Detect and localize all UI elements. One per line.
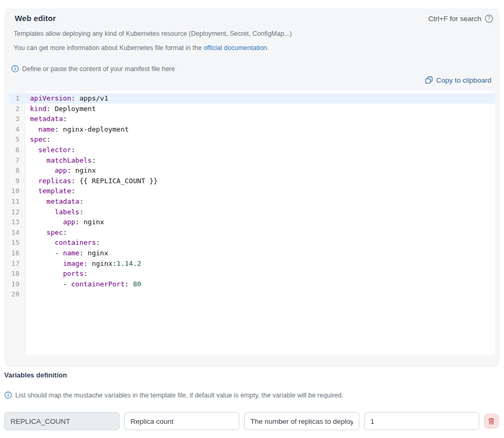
variable-default-input[interactable] xyxy=(364,412,479,430)
code-line-3[interactable]: 3metadata: xyxy=(9,114,495,124)
line-number: 1 xyxy=(9,93,25,104)
copy-to-clipboard-label: Copy to clipboard xyxy=(436,76,491,84)
code-line-12[interactable]: 12 labels: xyxy=(9,207,495,217)
code-line-content: - name: nginx xyxy=(25,248,108,258)
code-line-11[interactable]: 11 metadata: xyxy=(9,196,495,207)
manifest-hint-row: Define or paste the content of your mani… xyxy=(11,65,175,73)
code-line-14[interactable]: 14 spec: xyxy=(9,227,495,238)
description-line-1: Templates allow deploying any kind of Ku… xyxy=(14,30,292,37)
variable-row xyxy=(4,412,498,430)
copy-to-clipboard-button[interactable]: Copy to clipboard xyxy=(425,76,491,84)
code-line-content: replicas: {{ REPLICA_COUNT }} xyxy=(25,176,158,186)
code-line-7[interactable]: 7 matchLabels: xyxy=(9,155,495,166)
info-icon xyxy=(11,65,19,73)
line-number: 15 xyxy=(9,237,25,248)
web-editor-widget: Web editor Ctrl+F for search ? Templates… xyxy=(4,8,500,367)
line-number: 10 xyxy=(9,186,25,196)
copy-icon xyxy=(425,76,433,84)
svg-text:?: ? xyxy=(488,16,491,22)
code-line-5[interactable]: 5spec: xyxy=(9,134,495,145)
line-number: 12 xyxy=(9,207,25,217)
page-title: Web editor xyxy=(15,14,56,23)
description-line-2: You can get more information about Kuber… xyxy=(14,44,269,52)
code-line-content: ports: xyxy=(25,268,88,279)
code-line-content: app: nginx xyxy=(25,217,104,227)
page: Web editor Ctrl+F for search ? Templates… xyxy=(0,0,504,438)
code-line-4[interactable]: 4 name: nginx-deployment xyxy=(9,124,495,135)
code-line-10[interactable]: 10 template: xyxy=(9,186,495,196)
code-editor[interactable]: 1apiVersion: apps/v12kind: Deployment3me… xyxy=(9,91,495,355)
official-documentation-link[interactable]: official documentation xyxy=(204,44,267,52)
manifest-hint-label: Define or paste the content of your mani… xyxy=(22,65,175,73)
variables-hint-label: List should map the mustache variables i… xyxy=(15,392,344,399)
line-number: 17 xyxy=(9,258,25,269)
code-line-17[interactable]: 17 image: nginx:1.14.2 xyxy=(9,258,495,269)
line-number: 8 xyxy=(9,165,25,176)
code-line-content: containers: xyxy=(25,237,100,248)
code-line-16[interactable]: 16 - name: nginx xyxy=(9,248,495,258)
trash-icon xyxy=(488,417,495,425)
code-line-content: apiVersion: apps/v1 xyxy=(25,93,108,104)
code-line-content: spec: xyxy=(25,227,67,238)
line-number: 16 xyxy=(9,248,25,258)
copy-row: Copy to clipboard xyxy=(425,76,491,84)
code-line-20[interactable]: 20 xyxy=(9,289,495,300)
code-line-19[interactable]: 19 - containerPort: 80 xyxy=(9,279,495,290)
code-line-content: spec: xyxy=(25,134,51,145)
code-line-content: image: nginx:1.14.2 xyxy=(25,258,141,269)
code-line-content: selector: xyxy=(25,145,75,155)
line-number: 20 xyxy=(9,289,25,300)
line-number: 6 xyxy=(9,145,25,155)
code-line-content: app: nginx xyxy=(25,165,96,176)
line-number: 11 xyxy=(9,196,25,207)
line-number: 19 xyxy=(9,279,25,290)
variables-hint-row: List should map the mustache variables i… xyxy=(4,391,344,399)
description-line-2-period: . xyxy=(267,44,269,52)
code-line-content: matchLabels: xyxy=(25,155,96,166)
delete-variable-button[interactable] xyxy=(484,414,499,429)
code-line-18[interactable]: 18 ports: xyxy=(9,268,495,279)
code-line-6[interactable]: 6 selector: xyxy=(9,145,495,155)
code-line-9[interactable]: 9 replicas: {{ REPLICA_COUNT }} xyxy=(9,176,495,186)
code-line-15[interactable]: 15 containers: xyxy=(9,237,495,248)
search-hint: Ctrl+F for search ? xyxy=(428,14,493,23)
variable-label-input[interactable] xyxy=(124,412,239,430)
line-number: 14 xyxy=(9,227,25,238)
code-line-13[interactable]: 13 app: nginx xyxy=(9,217,495,227)
code-line-content: name: nginx-deployment xyxy=(25,124,129,135)
code-line-content: metadata: xyxy=(25,114,67,124)
line-number: 5 xyxy=(9,134,25,145)
code-line-content: template: xyxy=(25,186,75,196)
help-icon[interactable]: ? xyxy=(485,14,493,23)
line-number: 9 xyxy=(9,176,25,186)
variables-definition-heading: Variables definition xyxy=(4,371,67,379)
variable-description-input[interactable] xyxy=(244,412,359,430)
line-number: 7 xyxy=(9,155,25,166)
code-line-content: labels: xyxy=(25,207,84,217)
code-line-1[interactable]: 1apiVersion: apps/v1 xyxy=(9,93,495,104)
line-number: 4 xyxy=(9,124,25,135)
line-number: 2 xyxy=(9,104,25,114)
variable-name-input xyxy=(4,412,119,430)
info-icon xyxy=(4,391,12,399)
code-line-2[interactable]: 2kind: Deployment xyxy=(9,104,495,114)
code-line-content: metadata: xyxy=(25,196,84,207)
line-number: 3 xyxy=(9,114,25,124)
description-line-2-text: You can get more information about Kuber… xyxy=(14,44,204,52)
code-line-content: - containerPort: 80 xyxy=(25,279,141,290)
code-line-8[interactable]: 8 app: nginx xyxy=(9,165,495,176)
code-line-content: kind: Deployment xyxy=(25,104,96,114)
line-number: 18 xyxy=(9,268,25,279)
editor-lines: 1apiVersion: apps/v12kind: Deployment3me… xyxy=(9,93,495,300)
search-hint-label: Ctrl+F for search xyxy=(428,15,481,23)
code-line-content xyxy=(25,289,30,300)
line-number: 13 xyxy=(9,217,25,227)
